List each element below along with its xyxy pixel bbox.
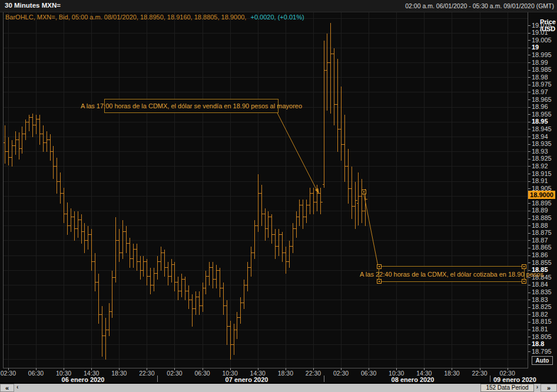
chart-header-bar: 30 Minutes MXN= 02:00 a.m. 06/01/2020 - … <box>0 0 557 12</box>
annotation-anchor-marker[interactable] <box>362 190 366 194</box>
series-legend: BarOHLC, MXN=, Bid, 05:00 a.m. 08/01/202… <box>5 14 304 21</box>
selection-handle[interactable] <box>377 264 382 269</box>
current-price-badge: 18.9000 <box>528 191 555 199</box>
annotation-leader-line-2 <box>364 194 378 266</box>
scroll-first-button[interactable]: « <box>0 384 14 392</box>
annotation-overlay <box>0 0 557 392</box>
scroll-prev-button[interactable]: ‹ <box>14 384 21 392</box>
arrowhead-icon <box>315 188 319 194</box>
annotation-callout-2[interactable]: A las 22:40 horas de la CDMX, el dólar c… <box>379 266 525 282</box>
selection-handle[interactable] <box>522 264 526 269</box>
selection-handle[interactable] <box>377 279 382 284</box>
time-range-label: 02:00 a.m. 06/01/2020 - 05:30 a.m. 09/01… <box>405 2 554 9</box>
scroll-last-button[interactable]: » <box>541 384 557 392</box>
legend-ohlc-values: BarOHLC, MXN=, Bid, 05:00 a.m. 08/01/202… <box>5 14 246 21</box>
scrollbar-track[interactable] <box>21 384 480 392</box>
auto-scale-button[interactable]: Auto <box>532 356 553 365</box>
legend-change-values: +0.0020, (+0.01%) <box>251 14 304 21</box>
chart-title: 30 Minutes MXN= <box>5 2 61 9</box>
chart-window: 30 Minutes MXN= 02:00 a.m. 06/01/2020 - … <box>0 0 557 392</box>
annotation-leader-line-1 <box>277 113 319 194</box>
time-scrollbar[interactable]: « ‹ 152 Data Period › » <box>0 383 557 392</box>
scroll-next-button[interactable]: › <box>534 384 541 392</box>
data-period-button[interactable]: 152 Data Period <box>480 384 533 392</box>
annotation-callout-1[interactable]: A las 17:00 horas de la CDMX, el dólar s… <box>104 99 278 113</box>
selection-handle[interactable] <box>522 279 526 284</box>
